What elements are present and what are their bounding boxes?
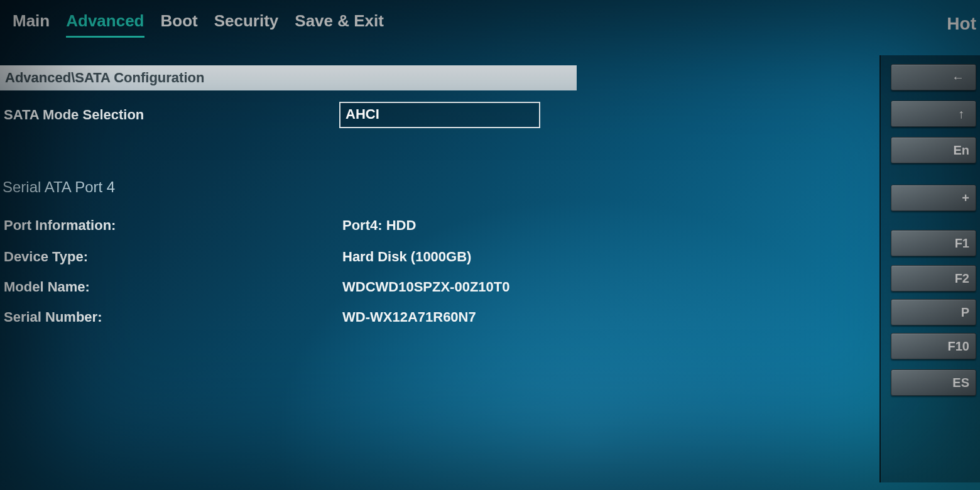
serial-number-label: Serial Number: [4,309,102,325]
main-panel: Advanced\SATA Configuration SATA Mode Se… [0,55,876,482]
port-section-title: Serial ATA Port 4 [3,178,115,196]
hint-enter[interactable]: En [891,137,976,163]
hint-p[interactable]: P [891,299,976,325]
device-type-label: Device Type: [4,249,88,265]
hint-f10[interactable]: F10 [891,333,976,359]
tab-security[interactable]: Security [214,11,279,38]
hint-p-label: P [961,305,969,320]
hint-f1-label: F1 [955,236,969,251]
menu-tabs: Main Advanced Boot Security Save & Exit [0,0,980,41]
plus-icon: + [962,191,969,205]
hint-f1[interactable]: F1 [891,230,976,256]
hotkeys-header: Hot [947,14,976,34]
hint-esc-label: ES [952,376,969,390]
sata-mode-label: SATA Mode Selection [4,107,144,123]
hint-plus[interactable]: + [891,185,976,211]
arrow-up-icon: ↑ [958,107,964,121]
hint-esc[interactable]: ES [891,369,976,396]
tab-main[interactable]: Main [13,11,50,38]
breadcrumb: Advanced\SATA Configuration [0,65,577,90]
arrow-left-icon: ← [952,70,964,85]
sata-mode-select[interactable]: AHCI [339,102,540,128]
model-name-value: WDCWD10SPZX-00Z10T0 [342,279,510,295]
hint-enter-label: En [953,143,969,158]
hint-back[interactable]: ← [891,64,976,90]
serial-number-value: WD-WX12A71R60N7 [342,309,476,325]
tab-save-exit[interactable]: Save & Exit [295,11,384,38]
hotkey-side-panel: ← ↑ En + F1 F2 P F10 ES [879,55,980,482]
port-information-value: Port4: HDD [342,217,416,234]
tab-advanced[interactable]: Advanced [66,11,144,38]
hint-f2-label: F2 [955,271,969,286]
device-type-value: Hard Disk (1000GB) [342,249,471,265]
port-information-label: Port Information: [4,217,116,234]
tab-boot[interactable]: Boot [161,11,198,38]
hint-f10-label: F10 [948,339,969,354]
hint-up[interactable]: ↑ [891,101,976,127]
hint-f2[interactable]: F2 [891,265,976,291]
model-name-label: Model Name: [4,279,90,295]
